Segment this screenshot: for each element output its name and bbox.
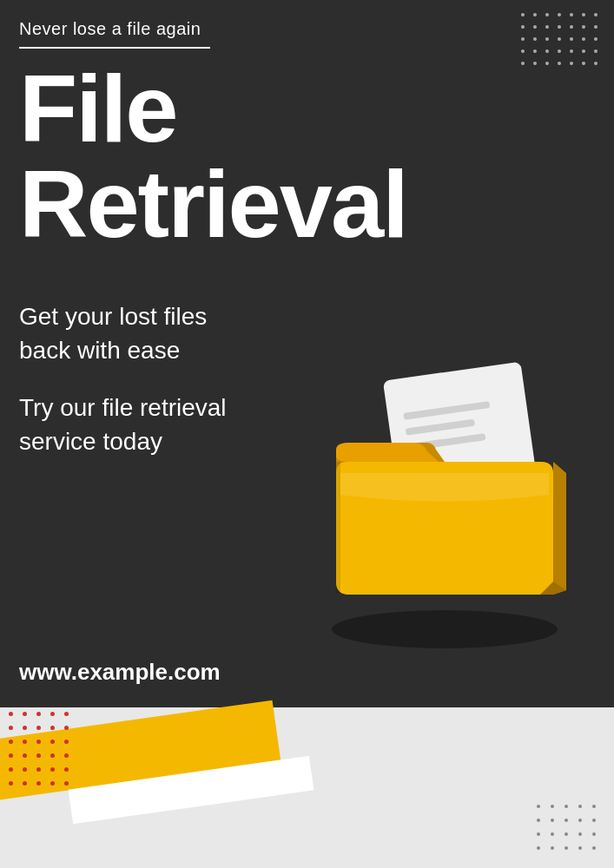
folder-icon xyxy=(284,321,597,651)
dots-bottom-right xyxy=(537,805,601,855)
subtitle-divider xyxy=(19,47,210,49)
description-2: Try our file retrievalservice today xyxy=(19,391,227,458)
subtitle-text: Never lose a file again xyxy=(19,19,201,39)
url-text: www.example.com xyxy=(19,659,221,686)
svg-point-0 xyxy=(332,610,558,648)
main-title: File Retrieval xyxy=(19,61,407,252)
dots-top-right xyxy=(521,13,601,69)
dots-bottom-left xyxy=(9,712,73,790)
poster: Never lose a file again File Retrieval G… xyxy=(0,0,614,868)
description-1: Get your lost filesback with ease xyxy=(19,299,207,367)
